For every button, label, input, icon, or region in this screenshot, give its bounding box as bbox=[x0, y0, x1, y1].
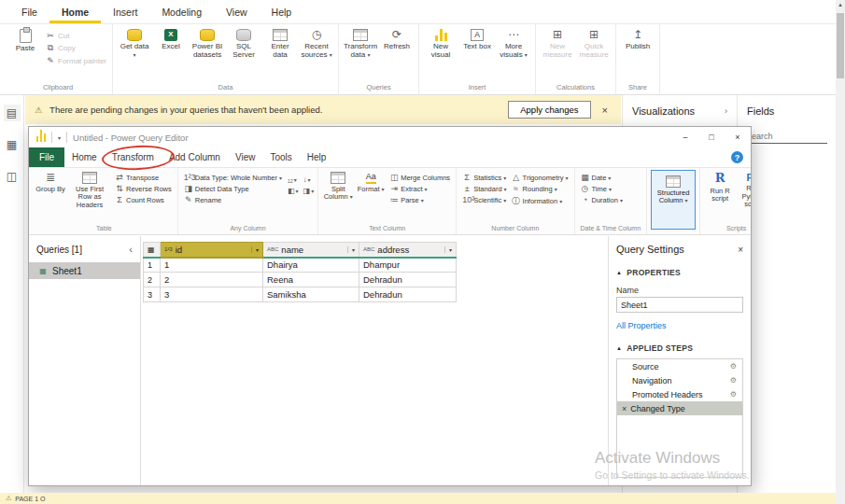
minimize-icon[interactable]: – bbox=[672, 127, 698, 147]
query-list-item-sheet1[interactable]: ▦ Sheet1 bbox=[29, 262, 140, 279]
reverse-rows-button[interactable]: ⇅Reverse Rows bbox=[113, 184, 174, 193]
fill-tool-button[interactable]: ↓▾ bbox=[303, 175, 315, 184]
sort-tool-button[interactable]: ₁₂▾ bbox=[288, 175, 299, 184]
fields-search-input[interactable] bbox=[745, 130, 827, 144]
excel-button[interactable]: X Excel bbox=[153, 25, 189, 82]
unpivot-tool-button[interactable]: ◨▾ bbox=[303, 187, 315, 195]
enter-data-button[interactable]: Enter data bbox=[262, 25, 298, 82]
split-column-button[interactable]: Split Column ▾ bbox=[322, 169, 354, 224]
count-rows-button[interactable]: ΣCount Rows bbox=[113, 195, 174, 204]
collapse-chevron-icon[interactable]: › bbox=[725, 106, 727, 116]
banner-close-icon[interactable]: × bbox=[599, 105, 612, 116]
time-button[interactable]: ◷Time▾ bbox=[579, 184, 625, 193]
statistics-button[interactable]: ΣStatistics▾ bbox=[460, 173, 508, 182]
sql-server-button[interactable]: SQL Server bbox=[226, 25, 261, 82]
filter-dropdown-icon[interactable]: ▾ bbox=[347, 246, 355, 253]
rename-button[interactable]: ✎Rename bbox=[182, 195, 284, 204]
recent-sources-button[interactable]: ◷ Recent sources ▾ bbox=[299, 25, 334, 82]
cell-id[interactable]: 2 bbox=[161, 273, 263, 287]
query-settings-close-icon[interactable]: × bbox=[738, 245, 743, 255]
pq-tab-view[interactable]: View bbox=[228, 147, 263, 167]
structured-column-button[interactable]: Structured Column ▾ bbox=[651, 170, 696, 230]
qat-caret-icon[interactable]: ▾ bbox=[58, 134, 61, 141]
step-navigation[interactable]: Navigation ⚙ bbox=[617, 373, 742, 387]
close-icon[interactable]: × bbox=[725, 127, 751, 147]
model-view-icon[interactable]: ◫ bbox=[4, 168, 21, 185]
filter-dropdown-icon[interactable]: ▾ bbox=[251, 246, 259, 253]
help-icon[interactable]: ? bbox=[731, 151, 743, 163]
pq-tab-home[interactable]: Home bbox=[64, 147, 105, 167]
select-all-corner[interactable]: ▦ bbox=[144, 243, 161, 258]
data-type-button[interactable]: 1²3Data Type: Whole Number▾ bbox=[182, 173, 284, 182]
report-view-icon[interactable]: ▤ bbox=[4, 105, 21, 121]
column-header-address[interactable]: ABCaddress▾ bbox=[359, 243, 457, 258]
column-header-name[interactable]: ABCname▾ bbox=[263, 243, 359, 258]
cell-id[interactable]: 3 bbox=[161, 287, 263, 302]
cell-id[interactable]: 1 bbox=[161, 258, 263, 273]
text-box-button[interactable]: A Text box bbox=[459, 25, 495, 82]
delete-step-icon[interactable]: × bbox=[622, 404, 627, 413]
query-name-input[interactable] bbox=[616, 297, 743, 313]
new-visual-button[interactable]: New visual bbox=[423, 25, 458, 82]
duration-button[interactable]: ◔Duration▾ bbox=[579, 195, 625, 204]
transpose-button[interactable]: ⇄Transpose bbox=[113, 173, 174, 182]
tab-modeling[interactable]: Modeling bbox=[149, 0, 214, 23]
cell-address[interactable]: Dehradun bbox=[359, 287, 457, 302]
scroll-up-icon[interactable]: ▲ bbox=[836, 2, 845, 7]
rounding-button[interactable]: ≈Rounding▾ bbox=[510, 184, 570, 193]
tab-file[interactable]: File bbox=[9, 0, 49, 23]
transform-data-button[interactable]: Transform data ▾ bbox=[343, 25, 378, 82]
date-button[interactable]: ▦Date▾ bbox=[579, 173, 625, 182]
standard-button[interactable]: ±Standard▾ bbox=[460, 184, 508, 193]
pq-tab-tools[interactable]: Tools bbox=[262, 147, 299, 167]
gear-icon[interactable]: ⚙ bbox=[730, 376, 737, 385]
cut-button[interactable]: ✂Cut bbox=[44, 31, 108, 40]
get-data-button[interactable]: Get data ▾ bbox=[117, 25, 152, 82]
filter-dropdown-icon[interactable]: ▾ bbox=[444, 246, 452, 253]
gear-icon[interactable]: ⚙ bbox=[730, 390, 737, 399]
trigonometry-button[interactable]: △Trigonometry▾ bbox=[510, 173, 570, 182]
new-measure-button[interactable]: ⊞ New measure bbox=[540, 25, 575, 82]
maximize-icon[interactable]: □ bbox=[698, 127, 725, 147]
tab-view[interactable]: View bbox=[214, 0, 260, 23]
refresh-button[interactable]: ⟳ Refresh bbox=[379, 25, 415, 82]
extract-button[interactable]: ⇥Extract▾ bbox=[387, 184, 452, 193]
parse-button[interactable]: ≔Parse▾ bbox=[387, 195, 452, 204]
format-painter-button[interactable]: ✎Format painter bbox=[44, 56, 108, 65]
collapse-triangle-icon[interactable]: ▲ bbox=[616, 345, 622, 351]
apply-changes-button[interactable]: Apply changes bbox=[508, 101, 590, 119]
pivot-tool-button[interactable]: ◧▾ bbox=[288, 187, 299, 195]
collapse-triangle-icon[interactable]: ▲ bbox=[616, 270, 622, 275]
scrollbar-thumb[interactable] bbox=[837, 13, 844, 78]
cell-address[interactable]: Dhampur bbox=[359, 258, 457, 273]
cell-address[interactable]: Dehradun bbox=[359, 273, 457, 287]
scientific-button[interactable]: 10²Scientific▾ bbox=[460, 195, 508, 204]
step-source[interactable]: Source ⚙ bbox=[617, 359, 742, 373]
run-python-script-button[interactable]: Py Run Python script bbox=[737, 169, 751, 224]
pq-tab-add-column[interactable]: Add Column bbox=[162, 147, 228, 167]
cell-name[interactable]: Reena bbox=[263, 273, 359, 287]
power-bi-datasets-button[interactable]: Power BI datasets bbox=[190, 25, 225, 82]
vertical-scrollbar[interactable]: ▲ bbox=[836, 0, 845, 504]
row-number[interactable]: 3 bbox=[144, 287, 161, 302]
detect-data-type-button[interactable]: ◨Detect Data Type bbox=[182, 184, 284, 193]
tab-insert[interactable]: Insert bbox=[101, 0, 149, 23]
tab-home[interactable]: Home bbox=[49, 0, 101, 23]
pq-tab-help[interactable]: Help bbox=[300, 147, 334, 167]
pq-titlebar[interactable]: ▾ Untitled - Power Query Editor – □ × bbox=[29, 127, 751, 147]
group-by-button[interactable]: ≣ Group By bbox=[35, 169, 66, 224]
paste-button[interactable]: Paste bbox=[7, 25, 43, 82]
step-changed-type[interactable]: × Changed Type bbox=[617, 401, 742, 415]
data-view-icon[interactable]: ▦ bbox=[4, 136, 21, 153]
pq-tab-file[interactable]: File bbox=[29, 147, 64, 167]
information-button[interactable]: ⓘInformation▾ bbox=[510, 195, 570, 207]
row-number[interactable]: 2 bbox=[144, 273, 161, 287]
merge-columns-button[interactable]: ◫Merge Columns bbox=[387, 173, 452, 182]
use-first-row-as-headers-button[interactable]: Use First Row as Headers bbox=[67, 169, 112, 224]
cell-name[interactable]: Dhairya bbox=[263, 258, 359, 273]
tab-help[interactable]: Help bbox=[260, 0, 304, 23]
more-visuals-button[interactable]: ⋯ More visuals ▾ bbox=[496, 25, 531, 82]
collapse-queries-icon[interactable]: ‹ bbox=[129, 244, 133, 255]
publish-button[interactable]: ↥ Publish bbox=[620, 25, 655, 82]
pq-tab-transform[interactable]: Transform bbox=[105, 147, 162, 167]
